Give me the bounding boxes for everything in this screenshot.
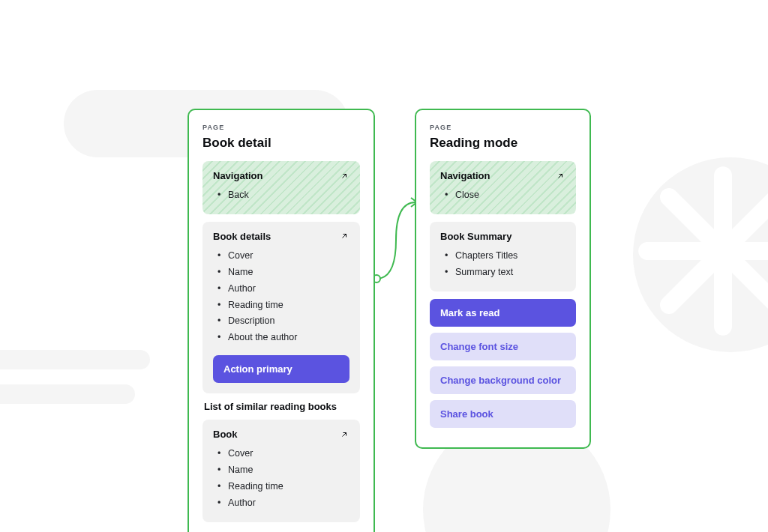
card-eyebrow: PAGE (202, 124, 360, 131)
block-items: Cover Name Reading time Author (218, 446, 350, 512)
block-title: Book details (213, 231, 271, 242)
arrow-up-right-icon (555, 171, 566, 181)
book-item: Author (218, 495, 350, 512)
card-eyebrow: PAGE (430, 124, 576, 131)
detail-item: Cover (218, 248, 350, 265)
block-title: Book Summary (440, 231, 512, 242)
book-details-block[interactable]: Book details Cover Name Author Reading t… (202, 222, 360, 393)
arrow-up-right-icon (339, 429, 350, 440)
navigation-block[interactable]: Navigation Back (202, 161, 360, 214)
block-items: Close (445, 187, 566, 204)
detail-item: About the author (218, 330, 350, 346)
arrow-up-right-icon (339, 231, 350, 241)
block-title: Book (213, 429, 238, 440)
mark-as-read-button[interactable]: Mark as read (430, 299, 576, 327)
block-items: Back (218, 187, 350, 204)
page-card-book-detail: PAGE Book detail Navigation Back Book de… (188, 109, 375, 532)
card-title: Book detail (202, 136, 360, 151)
detail-item: Reading time (218, 297, 350, 314)
book-summary-block[interactable]: Book Summary Chapters Titles Summary tex… (430, 222, 576, 291)
block-items: Chapters Titles Summary text (445, 248, 566, 281)
change-background-color-button[interactable]: Change background color (430, 366, 576, 394)
detail-item: Description (218, 313, 350, 330)
nav-item: Close (445, 187, 566, 204)
summary-item: Summary text (445, 265, 566, 281)
page-card-reading-mode: PAGE Reading mode Navigation Close Book … (415, 109, 591, 449)
block-title: Navigation (213, 170, 262, 181)
nav-item: Back (218, 187, 350, 204)
block-items: Cover Name Author Reading time Descripti… (218, 248, 350, 346)
book-item: Cover (218, 446, 350, 462)
book-item: Reading time (218, 479, 350, 495)
block-title: Navigation (440, 170, 490, 181)
book-item: Name (218, 462, 350, 479)
navigation-block[interactable]: Navigation Close (430, 161, 576, 214)
action-primary-button[interactable]: Action primary (213, 355, 350, 383)
detail-item: Name (218, 265, 350, 281)
change-font-size-button[interactable]: Change font size (430, 333, 576, 360)
summary-item: Chapters Titles (445, 248, 566, 265)
similar-book-block[interactable]: Book Cover Name Reading time Author (202, 420, 360, 522)
similar-books-label: List of similar reading books (204, 401, 360, 412)
share-book-button[interactable]: Share book (430, 400, 576, 428)
card-title: Reading mode (430, 136, 576, 151)
arrow-up-right-icon (339, 171, 350, 181)
detail-item: Author (218, 281, 350, 297)
